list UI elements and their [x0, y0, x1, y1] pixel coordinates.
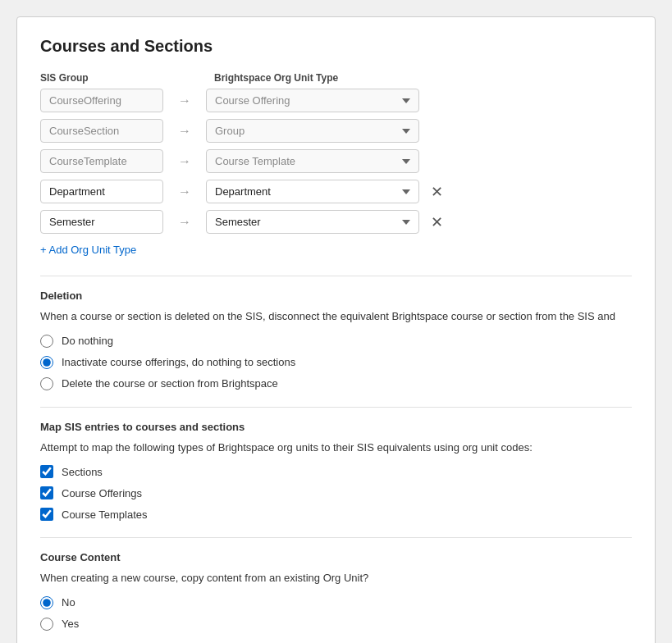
- map-sis-option-sections[interactable]: Sections: [40, 465, 632, 478]
- mapping-row: → Course Offering: [40, 89, 632, 112]
- course-content-radio-yes[interactable]: [40, 618, 53, 631]
- page-title: Courses and Sections: [40, 37, 632, 56]
- arrow-icon: →: [163, 124, 206, 139]
- bspace-select-courseoffering[interactable]: Course Offering: [206, 89, 419, 112]
- arrow-icon: →: [163, 93, 206, 108]
- map-sis-course-offerings-label: Course Offerings: [62, 487, 142, 499]
- bspace-header: Brightspace Org Unit Type: [214, 72, 436, 84]
- main-panel: Courses and Sections SIS Group Brightspa…: [16, 16, 656, 643]
- mapping-row: → Course Template: [40, 149, 632, 173]
- deletion-option-delete[interactable]: Delete the course or section from Bright…: [40, 377, 632, 390]
- course-content-radio-no[interactable]: [40, 596, 53, 609]
- deletion-option-delete-label: Delete the course or section from Bright…: [62, 377, 278, 390]
- mapping-row: → Semester Course Offering Group Course …: [40, 210, 632, 234]
- bspace-select-coursesection[interactable]: Group: [206, 119, 419, 143]
- course-content-no-label: No: [62, 596, 75, 609]
- arrow-icon: →: [163, 185, 206, 199]
- map-sis-section: Map SIS entries to courses and sections …: [40, 421, 632, 522]
- sis-input-courseoffering: [40, 89, 163, 112]
- map-sis-option-course-templates[interactable]: Course Templates: [40, 508, 632, 521]
- deletion-option-inactivate[interactable]: Inactivate course offerings, do nothing …: [40, 356, 632, 369]
- deletion-radio-group: Do nothing Inactivate course offerings, …: [40, 335, 632, 390]
- deletion-radio-inactivate[interactable]: [40, 356, 53, 369]
- deletion-title: Deletion: [40, 290, 632, 302]
- course-content-radio-group: No Yes: [40, 596, 632, 631]
- map-sis-title: Map SIS entries to courses and sections: [40, 421, 632, 433]
- map-sis-option-course-offerings[interactable]: Course Offerings: [40, 486, 632, 499]
- deletion-description: When a course or section is deleted on t…: [40, 308, 632, 325]
- deletion-radio-do-nothing[interactable]: [40, 335, 53, 348]
- deletion-section: Deletion When a course or section is del…: [40, 290, 632, 390]
- course-content-option-yes[interactable]: Yes: [40, 618, 632, 631]
- sis-input-coursetemplate: [40, 149, 163, 173]
- course-content-title: Course Content: [40, 551, 632, 563]
- course-content-description: When creating a new course, copy content…: [40, 570, 632, 586]
- deletion-option-inactivate-label: Inactivate course offerings, do nothing …: [62, 356, 295, 368]
- bspace-select-coursetemplate[interactable]: Course Template: [206, 149, 419, 173]
- sis-group-header: SIS Group: [40, 72, 171, 84]
- sis-input-coursesection: [40, 119, 163, 143]
- mapping-headers: SIS Group Brightspace Org Unit Type: [40, 72, 632, 84]
- bspace-select-department[interactable]: Department Course Offering Group Course …: [206, 180, 419, 203]
- arrow-icon: →: [163, 154, 206, 169]
- remove-department-button[interactable]: ✕: [427, 183, 446, 201]
- course-content-yes-label: Yes: [62, 618, 79, 630]
- map-sis-course-templates-label: Course Templates: [62, 508, 148, 521]
- add-org-unit-link[interactable]: + Add Org Unit Type: [40, 244, 136, 256]
- sis-input-department[interactable]: [40, 180, 163, 203]
- map-sis-checkbox-course-templates[interactable]: [40, 508, 53, 521]
- arrow-icon: →: [163, 215, 206, 230]
- course-content-section: Course Content When creating a new cours…: [40, 551, 632, 631]
- map-sis-description: Attempt to map the following types of Br…: [40, 440, 632, 456]
- map-sis-checkbox-sections[interactable]: [40, 465, 53, 478]
- map-sis-sections-label: Sections: [62, 466, 103, 478]
- deletion-radio-delete[interactable]: [40, 377, 53, 390]
- deletion-option-do-nothing[interactable]: Do nothing: [40, 335, 632, 348]
- sis-input-semester[interactable]: [40, 210, 163, 234]
- remove-semester-button[interactable]: ✕: [427, 213, 446, 231]
- mapping-row: → Group: [40, 119, 632, 143]
- map-sis-checkbox-group: Sections Course Offerings Course Templat…: [40, 465, 632, 521]
- map-sis-checkbox-course-offerings[interactable]: [40, 486, 53, 499]
- course-content-option-no[interactable]: No: [40, 596, 632, 609]
- bspace-select-semester[interactable]: Semester Course Offering Group Course Te…: [206, 210, 419, 234]
- mapping-row: → Department Course Offering Group Cours…: [40, 180, 632, 203]
- mapping-rows: → Course Offering → Group → Course Templ…: [40, 89, 632, 234]
- deletion-option-do-nothing-label: Do nothing: [62, 335, 113, 347]
